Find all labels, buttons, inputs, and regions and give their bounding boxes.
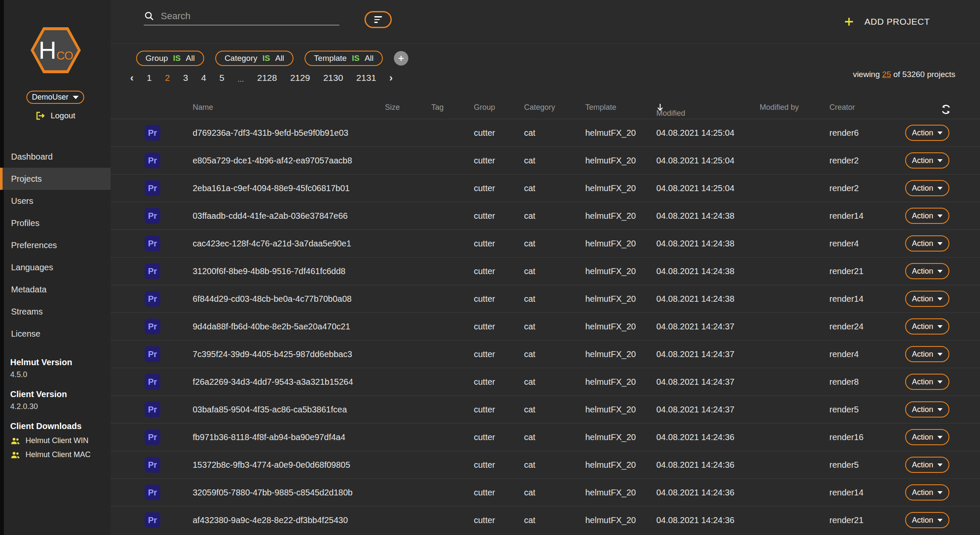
premiere-project-icon: Pr	[145, 402, 160, 418]
add-project-button[interactable]: ADD PROJECT	[843, 13, 930, 31]
cell-template: helmutFX_20	[585, 488, 636, 498]
cell-group: cutter	[474, 488, 495, 498]
column-header-template[interactable]: Template	[585, 103, 616, 112]
page-number-2[interactable]: 2	[165, 73, 170, 83]
column-header-creator[interactable]: Creator	[829, 103, 855, 112]
page-number-2128[interactable]: 2128	[257, 73, 277, 83]
filter-chip-category[interactable]: CategoryISAll	[215, 51, 293, 66]
sidebar-item-dashboard[interactable]: Dashboard	[0, 146, 111, 168]
cell-category: cat	[524, 377, 536, 387]
project-name[interactable]: e805a729-dce1-4b96-af42-ea97057aacb8	[193, 156, 352, 166]
cell-template: helmutFX_20	[585, 377, 636, 387]
project-name[interactable]: 32059f05-7880-47bb-9885-c8545d2d180b	[193, 488, 353, 498]
sidebar-item-languages[interactable]: Languages	[0, 256, 111, 278]
table-row: Prcac423ec-128f-4c76-a21d-3a7daa5e90e1cu…	[111, 229, 980, 257]
page-number-2131[interactable]: 2131	[356, 73, 376, 83]
action-button[interactable]: Action	[905, 346, 949, 362]
project-name[interactable]: 2eba161a-c9ef-4094-88e9-45fc06817b01	[193, 183, 350, 193]
table-row: Pr9d4da88f-fb6d-40be-8e2b-5ae20a470c21cu…	[111, 312, 980, 340]
page-number-1[interactable]: 1	[147, 73, 152, 83]
action-cell: Action	[905, 429, 949, 445]
action-button[interactable]: Action	[905, 208, 949, 224]
chip-op: IS	[262, 54, 270, 63]
action-button[interactable]: Action	[905, 125, 949, 141]
cell-category: cat	[524, 432, 536, 442]
action-button[interactable]: Action	[905, 429, 949, 445]
chip-op: IS	[173, 54, 181, 63]
action-button[interactable]: Action	[905, 235, 949, 252]
sidebar: H CO DemoUser Logout DashboardProjectsUs…	[0, 0, 111, 535]
project-name[interactable]: 9d4da88f-fb6d-40be-8e2b-5ae20a470c21	[193, 322, 350, 332]
plus-icon	[843, 16, 855, 28]
add-filter-button[interactable]	[394, 51, 408, 66]
add-project-label: ADD PROJECT	[864, 17, 930, 27]
project-name[interactable]: af432380-9a9c-4e28-8e22-df3bb4f25430	[193, 515, 348, 525]
project-name[interactable]: d769236a-7df3-431b-9efd-b5e9f0b91e03	[193, 128, 348, 138]
cell-template: helmutFX_20	[585, 349, 636, 359]
action-button[interactable]: Action	[905, 484, 949, 501]
download-link[interactable]: Helmut Client WIN	[10, 436, 104, 445]
column-header-category[interactable]: Category	[524, 103, 555, 112]
logout-icon	[35, 111, 46, 121]
search-icon	[144, 11, 155, 22]
project-name[interactable]: fb971b36-8118-4f8f-ab94-ba90e97df4a4	[193, 432, 345, 442]
action-button[interactable]: Action	[905, 318, 949, 335]
page-number-2130[interactable]: 2130	[323, 73, 343, 83]
refresh-button[interactable]	[940, 103, 952, 117]
table-row: Pr6f844d29-cd03-48cb-be0a-4c77b70b0a08cu…	[111, 285, 980, 312]
action-button[interactable]: Action	[905, 263, 949, 279]
sidebar-item-profiles[interactable]: Profiles	[0, 212, 111, 234]
sidebar-item-projects[interactable]: Projects	[0, 168, 111, 190]
action-button[interactable]: Action	[905, 180, 949, 196]
caret-down-icon	[937, 159, 943, 162]
search-bar[interactable]	[144, 8, 339, 26]
pagination-prev-button[interactable]: ‹	[130, 72, 134, 84]
cell-group: cutter	[474, 460, 495, 470]
sidebar-item-preferences[interactable]: Preferences	[0, 234, 111, 256]
sidebar-item-streams[interactable]: Streams	[0, 300, 111, 323]
page-number-3[interactable]: 3	[183, 73, 188, 83]
column-header-modified-by[interactable]: Modified by	[760, 103, 799, 112]
cell-category: cat	[524, 156, 536, 166]
cell-creator: render21	[829, 515, 863, 525]
filter-chip-group[interactable]: GroupISAll	[136, 51, 204, 66]
page-number-2129[interactable]: 2129	[290, 73, 310, 83]
sidebar-item-metadata[interactable]: Metadata	[0, 278, 111, 300]
column-header-name[interactable]: Name	[193, 103, 213, 112]
project-name[interactable]: 03bafa85-9504-4f35-ac86-ca5b3861fcea	[193, 405, 347, 415]
search-input[interactable]	[161, 11, 322, 22]
column-header-group[interactable]: Group	[474, 103, 495, 112]
page-number-4[interactable]: 4	[201, 73, 206, 83]
action-button[interactable]: Action	[905, 512, 949, 528]
viewing-count-link[interactable]: 25	[882, 70, 891, 79]
action-button[interactable]: Action	[905, 291, 949, 307]
action-button[interactable]: Action	[905, 374, 949, 390]
column-header-modified[interactable]: Modified	[656, 103, 664, 112]
sidebar-item-license[interactable]: License	[0, 323, 111, 345]
cell-category: cat	[524, 515, 536, 525]
action-button[interactable]: Action	[905, 457, 949, 473]
project-name[interactable]: 03ffaadb-cdd4-41fe-a2ab-036e37847e66	[193, 211, 348, 221]
action-cell: Action	[905, 152, 949, 169]
action-button[interactable]: Action	[905, 401, 949, 418]
filter-options-button[interactable]	[365, 11, 392, 28]
column-header-size[interactable]: Size	[385, 103, 400, 112]
filter-chip-template[interactable]: TemplateISAll	[305, 51, 383, 66]
project-name[interactable]: 7c395f24-39d9-4405-b425-987dd6ebbac3	[193, 349, 352, 359]
sidebar-item-users[interactable]: Users	[0, 190, 111, 212]
project-name[interactable]: f26a2269-34d3-4dd7-9543-a3a321b15264	[193, 377, 353, 387]
action-label: Action	[912, 322, 933, 331]
project-name[interactable]: 15372b8c-9fb3-4774-a0e9-0e0d68f09805	[193, 460, 350, 470]
project-name[interactable]: cac423ec-128f-4c76-a21d-3a7daa5e90e1	[193, 239, 351, 249]
cell-creator: render5	[829, 405, 859, 415]
project-name[interactable]: 31200f6f-8be9-4b8b-9516-7df461fc6dd8	[193, 266, 345, 276]
download-link[interactable]: Helmut Client MAC	[10, 450, 104, 459]
logout-button[interactable]: Logout	[0, 109, 111, 123]
pagination-next-button[interactable]: ›	[389, 72, 393, 84]
project-name[interactable]: 6f844d29-cd03-48cb-be0a-4c77b70b0a08	[193, 294, 352, 304]
action-button[interactable]: Action	[905, 152, 949, 169]
user-menu-button[interactable]: DemoUser	[26, 91, 84, 104]
column-header-tag[interactable]: Tag	[431, 103, 444, 112]
page-number-5[interactable]: 5	[219, 73, 225, 83]
caret-down-icon	[937, 436, 943, 439]
